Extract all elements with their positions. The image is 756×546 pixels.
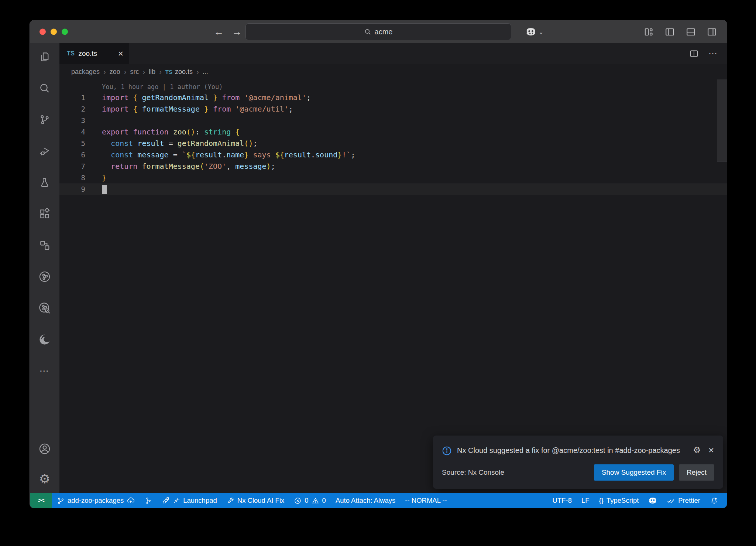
prettier-item[interactable]: Prettier — [662, 493, 705, 508]
encoding-label: UTF-8 — [553, 496, 572, 505]
show-suggested-fix-button[interactable]: Show Suggested Fix — [594, 464, 674, 481]
tab-zoo-ts[interactable]: TS zoo.ts ✕ — [59, 43, 129, 64]
notification-message: Nx Cloud suggested a fix for @acme/zoo:t… — [457, 444, 688, 456]
settings-gear-icon[interactable]: ⚙ — [38, 472, 51, 485]
info-icon — [442, 446, 452, 456]
code-line[interactable]: 6 const message = `${result.name} says $… — [59, 149, 727, 161]
warning-icon — [312, 497, 319, 505]
code-line[interactable]: 3 — [59, 115, 727, 126]
code-line[interactable]: 8} — [59, 172, 727, 184]
line-number: 6 — [59, 149, 85, 161]
breadcrumb-file[interactable]: TS zoo.ts — [165, 68, 193, 76]
line-number: 9 — [59, 184, 85, 195]
launchpad-status-item[interactable]: Launchpad — [157, 493, 222, 508]
eol-item[interactable]: LF — [577, 493, 594, 508]
gear-glyph: ⚙ — [39, 471, 50, 486]
source-control-graph-item[interactable] — [140, 493, 157, 508]
nx-cloud-fix-item[interactable]: Nx Cloud AI Fix — [222, 493, 289, 508]
code-text: const result = getRandomAnimal(); — [102, 138, 258, 149]
chevron-down-icon: ⌄ — [539, 28, 543, 35]
activity-bar: ⋯ ⚙ — [30, 43, 59, 493]
back-icon[interactable]: ← — [214, 26, 224, 38]
extensions-icon[interactable] — [38, 208, 51, 220]
toggle-panel-icon[interactable] — [685, 27, 696, 37]
customize-layout-icon[interactable] — [643, 27, 654, 37]
commit-graph-icon — [144, 497, 152, 505]
zoom-window-button[interactable] — [62, 29, 68, 35]
code-text: return formatMessage('ZOO', message); — [102, 161, 275, 172]
chevron-right-icon: › — [124, 68, 127, 76]
search-icon — [364, 28, 371, 35]
close-tab-icon[interactable]: ✕ — [118, 50, 124, 58]
wrench-icon — [227, 497, 234, 505]
breadcrumb-item[interactable]: zoo — [110, 68, 120, 76]
forward-icon[interactable]: → — [232, 26, 242, 38]
breadcrumb-item[interactable]: src — [130, 68, 139, 76]
nx-console-icon[interactable] — [38, 239, 51, 252]
connect-plug-icon — [173, 497, 180, 504]
nx-project-graph-icon[interactable] — [38, 270, 51, 283]
error-count: 0 — [305, 496, 308, 505]
git-branch-icon — [57, 497, 65, 505]
problems-item[interactable]: 0 0 — [289, 493, 331, 508]
minimize-window-button[interactable] — [51, 29, 57, 35]
branch-status-item[interactable]: add-zoo-packages — [52, 493, 140, 508]
breadcrumb-item[interactable]: lib — [149, 68, 155, 76]
breadcrumb-symbol-more[interactable]: ... — [203, 68, 208, 76]
line-number: 1 — [59, 92, 85, 103]
code-text: import { getRandomAnimal } from '@acme/a… — [102, 92, 311, 103]
branch-name: add-zoo-packages — [68, 496, 124, 505]
code-line[interactable]: 2import { formatMessage } from '@acme/ut… — [59, 103, 727, 115]
toggle-primary-sidebar-icon[interactable] — [664, 27, 675, 37]
typescript-file-icon: TS — [67, 50, 75, 57]
split-editor-icon[interactable] — [689, 49, 699, 58]
title-bar: ← → acme ⌄ — [30, 20, 727, 43]
chevron-right-icon: › — [142, 68, 145, 76]
source-control-icon[interactable] — [38, 113, 51, 126]
nx-task-graph-icon[interactable] — [38, 302, 51, 314]
explorer-icon[interactable] — [38, 51, 51, 63]
edge-devtools-icon[interactable] — [38, 333, 51, 346]
copilot-menu[interactable]: ⌄ — [525, 26, 543, 37]
more-actions-icon[interactable]: ⋯ — [708, 48, 718, 59]
accounts-icon[interactable] — [38, 443, 51, 455]
command-center-search[interactable]: acme — [245, 23, 511, 40]
ellipsis-glyph: ⋯ — [39, 365, 50, 377]
code-line[interactable]: 5 const result = getRandomAnimal(); — [59, 138, 727, 149]
language-mode-item[interactable]: {} TypeScript — [594, 493, 644, 508]
search-sidebar-icon[interactable] — [38, 82, 51, 95]
copilot-status-item[interactable] — [643, 493, 662, 508]
vim-mode-item[interactable]: -- NORMAL -- — [400, 493, 451, 508]
code-line[interactable]: 9 — [59, 184, 727, 195]
tab-label: zoo.ts — [78, 50, 114, 58]
notification-close-icon[interactable]: ✕ — [708, 446, 714, 455]
toggle-secondary-sidebar-icon[interactable] — [707, 27, 717, 37]
git-blame-annotation[interactable]: You, 1 hour ago | 1 author (You) — [59, 79, 727, 92]
scrollbar-thumb[interactable] — [717, 79, 727, 161]
encoding-item[interactable]: UTF-8 — [548, 493, 577, 508]
notification-settings-icon[interactable]: ⚙ — [693, 445, 701, 455]
warning-count: 0 — [322, 496, 326, 505]
typescript-file-icon: TS — [165, 69, 172, 75]
tab-bar: TS zoo.ts ✕ ⋯ — [59, 43, 727, 64]
notifications-bell-item[interactable] — [705, 493, 723, 508]
testing-icon[interactable] — [38, 176, 51, 189]
run-debug-icon[interactable] — [38, 145, 51, 157]
code-editor[interactable]: You, 1 hour ago | 1 author (You) 1import… — [59, 79, 727, 493]
auto-attach-item[interactable]: Auto Attach: Always — [331, 493, 400, 508]
close-window-button[interactable] — [39, 29, 46, 35]
remote-indicator[interactable]: >< — [30, 493, 52, 508]
editor-scrollbar[interactable] — [717, 79, 727, 493]
chevron-right-icon: › — [196, 68, 199, 76]
error-icon — [294, 497, 302, 505]
more-views-icon[interactable]: ⋯ — [38, 365, 51, 377]
code-line[interactable]: 1import { getRandomAnimal } from '@acme/… — [59, 92, 727, 103]
chevron-right-icon: › — [159, 68, 162, 76]
code-line[interactable]: 7 return formatMessage('ZOO', message); — [59, 161, 727, 172]
breadcrumb-file-label: zoo.ts — [175, 68, 193, 76]
code-line[interactable]: 4export function zoo(): string { — [59, 126, 727, 138]
breadcrumb-item[interactable]: packages — [71, 68, 100, 76]
reject-button[interactable]: Reject — [679, 464, 714, 481]
code-lines: 1import { getRandomAnimal } from '@acme/… — [59, 92, 727, 195]
double-check-icon — [667, 496, 675, 505]
